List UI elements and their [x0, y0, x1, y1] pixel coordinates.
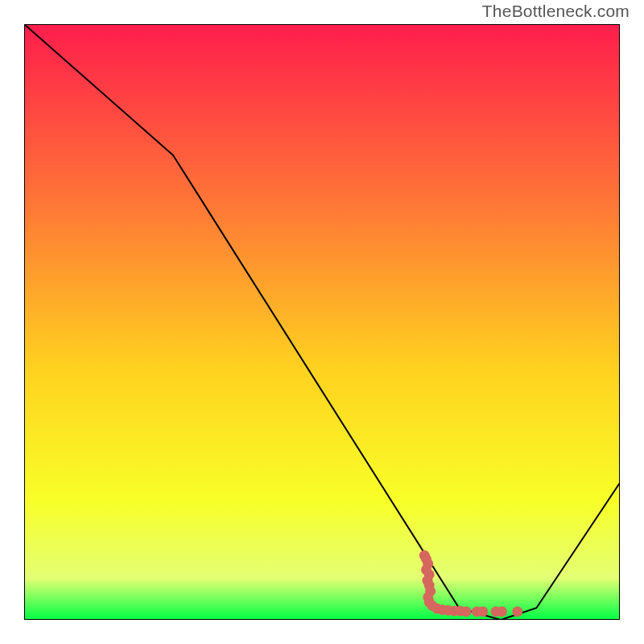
ideal-point — [512, 606, 522, 617]
gradient-background — [24, 24, 620, 620]
ideal-point — [461, 606, 472, 617]
ideal-point — [477, 606, 488, 617]
chart-container: TheBottleneck.com — [0, 0, 644, 644]
plot-svg — [24, 24, 620, 620]
watermark-text: TheBottleneck.com — [482, 2, 630, 21]
plot-area — [24, 24, 620, 620]
ideal-point — [497, 606, 507, 617]
